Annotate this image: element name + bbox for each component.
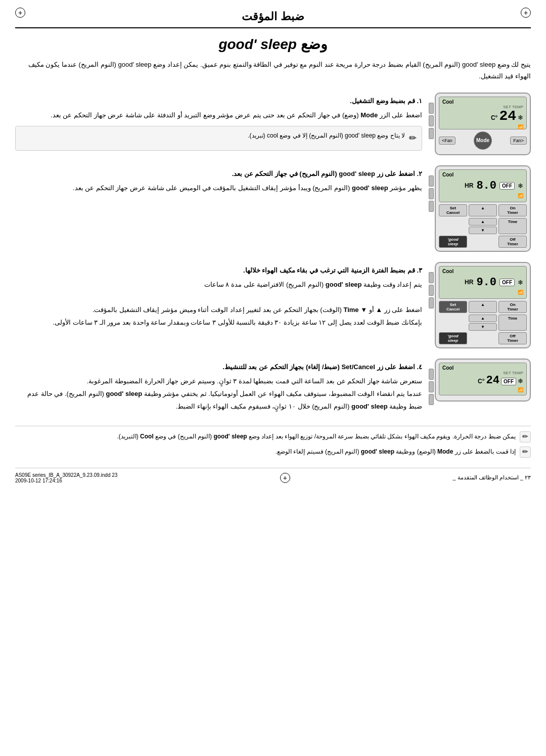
step-2-row: Cool ❄ OFF 8.0 HR 📶 (15, 165, 531, 252)
good-sleep-btn-3[interactable]: good'sleep (439, 332, 467, 344)
side-btn-3 (429, 128, 434, 139)
remote-4: Cool SET TEMP ❄ OFF 24 °C 📶 (435, 359, 531, 402)
bottom-note-1: ✏ يمكن ضبط درجة الحرارة. ويقوم مكيف الهو… (15, 431, 531, 442)
signal-icon-4: 📶 (518, 387, 523, 392)
down-btn-2[interactable]: ▼ (469, 227, 497, 234)
footer-center (280, 473, 290, 483)
signal-icon-1: 📶 (518, 124, 523, 129)
hr-label-3: HR (465, 279, 473, 286)
snowflake-icon-1: ❄ (518, 114, 523, 121)
hr-display-2: 8.0 (476, 180, 496, 192)
bottom-note-2: ✏ إذا قمت بالضغط على زر Mode (الوضع) ووظ… (15, 447, 531, 458)
signal-icon-3: 📶 (518, 290, 523, 295)
side-btn-9 (429, 297, 434, 308)
footer-text: استخدام الوظائف المتقدمة _ (452, 474, 518, 480)
step-2-number: ٢. (415, 170, 422, 177)
hr-display-3: 9.0 (476, 276, 496, 289)
mode-label-1: Cool (442, 99, 523, 105)
remote-side-buttons-4 (429, 369, 434, 405)
step-2-heading: ٢. اضغط على زر good' sleep (النوم المريح… (15, 168, 422, 181)
side-btn-11 (429, 381, 434, 392)
bottom-notes: ✏ يمكن ضبط درجة الحرارة. ويقوم مكيف الهو… (15, 426, 531, 458)
set-cancel-btn-2[interactable]: SetCancel (439, 204, 467, 216)
step-3-image: Cool ❄ OFF 9.0 HR 📶 (430, 262, 531, 348)
good-sleep-btn-2[interactable]: good'sleep (439, 236, 467, 248)
icons-row-1: 📶 (442, 124, 523, 129)
mode-label-3: Cool (442, 269, 523, 274)
remote-screen-2: Cool ❄ OFF 8.0 HR 📶 (439, 169, 527, 202)
fan-row-1: <Fan Mode Fan> (439, 131, 527, 150)
step-1-number: ١. (415, 97, 422, 105)
set-cancel-btn-3[interactable]: SetCancel (439, 301, 467, 313)
remote-control-4: Cool SET TEMP ❄ OFF 24 °C 📶 (435, 359, 531, 402)
step-1-note: ✏ لا يتاح وضع good' sleep (النوم المريح)… (15, 126, 422, 151)
up-btn-2[interactable]: ▲ (469, 204, 497, 216)
step-1-content: ١. قم بضبط وضع التشغيل. اضغط على الزر Mo… (15, 93, 422, 155)
section-title-arabic: وضع (301, 36, 328, 52)
side-btn-12 (429, 394, 434, 405)
temp-display-1: 24 (499, 109, 516, 123)
temp-unit-4: °C (478, 378, 484, 385)
footer-reg-mark (280, 473, 290, 483)
reg-mark-tl (15, 8, 25, 18)
section-title: وضع good' sleep (15, 36, 531, 53)
step-3-detail: يتم إعداد وقت وظيفة good' sleep (النوم ا… (15, 279, 422, 329)
step-2-content: ٢. اضغط على زر good' sleep (النوم المريح… (15, 165, 422, 195)
step-1-row: Cool SET TEMP ❄ 24 °C 📶 (15, 93, 531, 155)
step-3-content: ٣. قم بضبط الفترة الزمنية التي ترغب في ب… (15, 262, 422, 329)
remote-control-1: Cool SET TEMP ❄ 24 °C 📶 (435, 93, 531, 155)
fan-left-btn-1[interactable]: <Fan (510, 137, 527, 145)
note-bullet-icon-2: ✏ (520, 447, 531, 458)
off-timer-btn-3[interactable]: OffTimer (498, 332, 527, 344)
remote-control-2: Cool ❄ OFF 8.0 HR 📶 (435, 165, 531, 252)
reg-mark-tr (521, 8, 531, 18)
steps-container: Cool SET TEMP ❄ 24 °C 📶 (15, 93, 531, 418)
remote-2: Cool ❄ OFF 8.0 HR 📶 (435, 165, 531, 252)
step-2-image: Cool ❄ OFF 8.0 HR 📶 (430, 165, 531, 252)
set-temp-label-4: SET TEMP (442, 371, 523, 375)
up-btn-3b[interactable]: ▲ (469, 315, 497, 322)
icons-row-2: 📶 (442, 193, 523, 198)
mode-btn-1[interactable]: Mode (474, 131, 492, 150)
side-btn-10 (429, 369, 434, 380)
step-4-heading: ٤. اضغط على زر Set/Cancel (ضبط/ إلغاء) ب… (15, 361, 422, 374)
page-container: ضبط المؤقت وضع good' sleep يتيح لك وضع g… (0, 0, 546, 756)
bottom-note-text-2: إذا قمت بالضغط على زر Mode (الوضع) ووظيف… (276, 447, 516, 457)
on-timer-btn-3[interactable]: OnTimer (498, 301, 527, 313)
remote-3: Cool ❄ OFF 9.0 HR 📶 (435, 262, 531, 348)
step-4-content: ٤. اضغط على زر Set/Cancel (ضبط/ إلغاء) ب… (15, 359, 422, 413)
hr-label-2: HR (465, 182, 473, 189)
side-btn-5 (429, 188, 434, 199)
temp-unit-1: °C (491, 114, 497, 121)
step-1-detail: اضغط على الزر Mode (وضع) في جهاز التحكم … (15, 109, 422, 122)
footer-right: ٢٣ _ استخدام الوظائف المتقدمة _ (452, 474, 531, 481)
step-1-image: Cool SET TEMP ❄ 24 °C 📶 (430, 93, 531, 155)
step-3-number: ٣. (415, 266, 422, 274)
off-badge-4: OFF (501, 378, 516, 385)
side-btn-7 (429, 272, 434, 283)
down-btn-3[interactable]: ▼ (469, 323, 497, 331)
up-btn-3[interactable]: ▲ (469, 301, 497, 313)
mode-label-4: Cool (442, 365, 523, 371)
snowflake-icon-4: ❄ (518, 377, 523, 385)
step-1-heading: ١. قم بضبط وضع التشغيل. (15, 95, 422, 108)
side-btn-8 (429, 285, 434, 296)
footer-page-number: ٢٣ _ (520, 474, 531, 480)
step-4-image: Cool SET TEMP ❄ OFF 24 °C 📶 (430, 359, 531, 402)
side-btn-2 (429, 115, 434, 126)
step-4-detail: ستعرض شاشة جهاز التحكم عن بعد الساعة الت… (15, 375, 422, 413)
remote-buttons-3: OnTimer ▲ SetCancel Time ▲ ▼ OffTimer (439, 301, 527, 344)
off-timer-btn-2[interactable]: OffTimer (498, 236, 527, 248)
time-label-2: Time (498, 218, 527, 234)
remote-1: Cool SET TEMP ❄ 24 °C 📶 (435, 93, 531, 155)
up-btn-2b[interactable]: ▲ (469, 218, 497, 226)
fan-right-btn-1[interactable]: Fan> (439, 137, 456, 145)
footer-left: AS09E series_IB_A_30922A_9.23.09.indd 23… (15, 472, 117, 483)
snowflake-icon-3: ❄ (518, 279, 523, 286)
temp-display-4: 24 (486, 375, 499, 386)
remote-control-3: Cool ❄ OFF 9.0 HR 📶 (435, 262, 531, 348)
step-3-row: Cool ❄ OFF 9.0 HR 📶 (15, 262, 531, 348)
note-bullet-icon-1: ✏ (520, 431, 531, 442)
on-timer-btn-2[interactable]: OnTimer (498, 204, 527, 216)
step-4-number: ٤. (415, 363, 422, 371)
